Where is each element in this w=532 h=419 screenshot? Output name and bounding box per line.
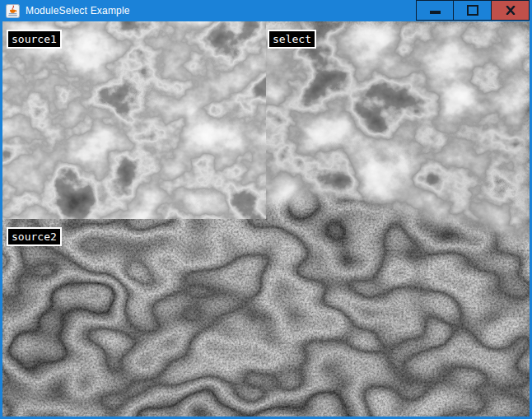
java-app-icon	[6, 4, 20, 18]
close-button[interactable]	[492, 0, 530, 21]
minimize-button[interactable]	[416, 0, 454, 21]
source1-label: source1	[7, 30, 62, 49]
maximize-button[interactable]	[454, 0, 492, 21]
titlebar[interactable]: ModuleSelect Example	[0, 0, 532, 21]
source2-label: source2	[7, 227, 62, 246]
select-label: select	[268, 30, 316, 49]
maximize-icon	[467, 5, 478, 16]
app-window: ModuleSelect Example	[0, 0, 532, 419]
render-area: source1 select source2	[2, 21, 530, 417]
select-view	[266, 21, 530, 417]
window-title: ModuleSelect Example	[26, 5, 130, 16]
window-controls	[416, 0, 530, 21]
close-icon	[506, 6, 516, 15]
source1-view	[2, 21, 266, 219]
minimize-icon	[430, 11, 441, 14]
source2-view	[2, 219, 266, 417]
